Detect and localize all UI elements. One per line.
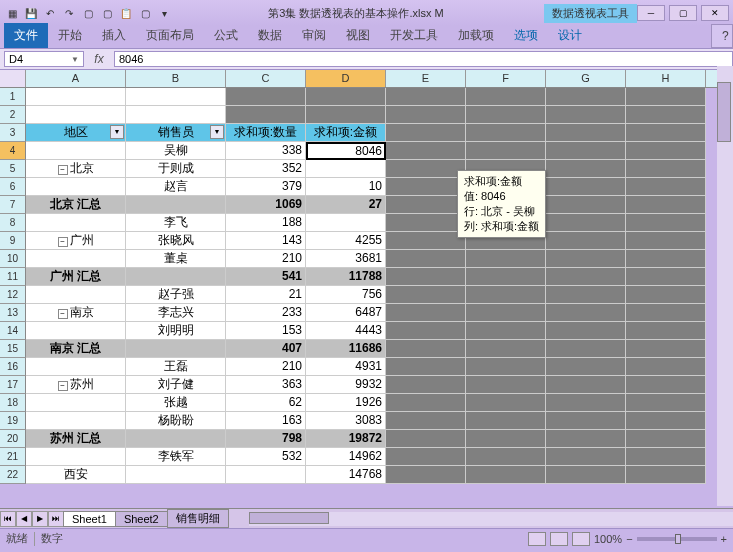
cell[interactable] <box>546 430 626 448</box>
employee-cell[interactable] <box>126 466 226 484</box>
cell[interactable] <box>626 448 706 466</box>
filter-dropdown-icon[interactable]: ▼ <box>210 125 224 139</box>
amt-cell[interactable]: 14962 <box>306 448 386 466</box>
amt-cell[interactable]: 27 <box>306 196 386 214</box>
employee-cell[interactable]: 王磊 <box>126 358 226 376</box>
employee-cell[interactable]: 李飞 <box>126 214 226 232</box>
cell[interactable] <box>626 178 706 196</box>
cell[interactable] <box>626 124 706 142</box>
cell[interactable] <box>466 394 546 412</box>
cell[interactable] <box>386 160 466 178</box>
tab-视图[interactable]: 视图 <box>336 23 380 48</box>
cell[interactable] <box>626 214 706 232</box>
cell[interactable] <box>546 232 626 250</box>
amt-cell[interactable] <box>306 160 386 178</box>
row-header[interactable]: 20 <box>0 430 26 448</box>
amt-cell[interactable]: 4443 <box>306 322 386 340</box>
region-cell[interactable] <box>26 142 126 160</box>
cell[interactable] <box>546 358 626 376</box>
employee-cell[interactable]: 赵子强 <box>126 286 226 304</box>
cell[interactable] <box>386 412 466 430</box>
employee-cell[interactable] <box>126 268 226 286</box>
cell[interactable] <box>466 376 546 394</box>
cell[interactable] <box>546 106 626 124</box>
cell[interactable] <box>466 268 546 286</box>
amt-cell[interactable]: 4255 <box>306 232 386 250</box>
cell[interactable] <box>546 466 626 484</box>
row-header[interactable]: 8 <box>0 214 26 232</box>
cell[interactable] <box>626 304 706 322</box>
qty-cell[interactable]: 143 <box>226 232 306 250</box>
cell[interactable] <box>626 340 706 358</box>
redo-icon[interactable]: ↷ <box>61 5 77 21</box>
row-header[interactable]: 18 <box>0 394 26 412</box>
cell[interactable] <box>386 268 466 286</box>
cell[interactable] <box>626 394 706 412</box>
qty-cell[interactable]: 407 <box>226 340 306 358</box>
cell[interactable] <box>626 430 706 448</box>
employee-cell[interactable]: 刘子健 <box>126 376 226 394</box>
col-header-A[interactable]: A <box>26 70 126 87</box>
cell[interactable] <box>386 304 466 322</box>
amt-cell[interactable]: 3681 <box>306 250 386 268</box>
row-header[interactable]: 15 <box>0 340 26 358</box>
col-header-F[interactable]: F <box>466 70 546 87</box>
qty-cell[interactable]: 541 <box>226 268 306 286</box>
horizontal-scrollbar[interactable] <box>249 512 733 526</box>
row-header[interactable]: 16 <box>0 358 26 376</box>
cell[interactable] <box>546 286 626 304</box>
cell[interactable] <box>386 286 466 304</box>
qty-cell[interactable]: 210 <box>226 358 306 376</box>
employee-cell[interactable] <box>126 196 226 214</box>
cell[interactable] <box>386 340 466 358</box>
cell[interactable] <box>546 178 626 196</box>
filter-dropdown-icon[interactable]: ▼ <box>110 125 124 139</box>
qty-cell[interactable] <box>226 466 306 484</box>
qty-cell[interactable]: 153 <box>226 322 306 340</box>
cell[interactable] <box>306 88 386 106</box>
cell[interactable] <box>466 124 546 142</box>
col-header-C[interactable]: C <box>226 70 306 87</box>
region-cell[interactable]: 西安 <box>26 466 126 484</box>
region-cell[interactable] <box>26 178 126 196</box>
zoom-in-button[interactable]: + <box>721 533 727 545</box>
cell[interactable] <box>626 466 706 484</box>
qty-cell[interactable]: 233 <box>226 304 306 322</box>
cell[interactable] <box>386 106 466 124</box>
sheet-tab[interactable]: 销售明细 <box>167 509 229 528</box>
row-header[interactable]: 4 <box>0 142 26 160</box>
qty-cell[interactable]: 62 <box>226 394 306 412</box>
cell[interactable] <box>546 376 626 394</box>
amt-cell[interactable]: 14768 <box>306 466 386 484</box>
tab-加载项[interactable]: 加载项 <box>448 23 504 48</box>
cell[interactable] <box>546 160 626 178</box>
amt-cell[interactable]: 756 <box>306 286 386 304</box>
name-box[interactable]: D4▼ <box>4 51 84 67</box>
tab-开发工具[interactable]: 开发工具 <box>380 23 448 48</box>
formula-input[interactable]: 8046 <box>114 51 733 67</box>
row-header[interactable]: 9 <box>0 232 26 250</box>
cell[interactable] <box>386 430 466 448</box>
view-layout-button[interactable] <box>550 532 568 546</box>
qat-icon[interactable]: 📋 <box>118 5 134 21</box>
employee-cell[interactable]: 赵言 <box>126 178 226 196</box>
cell[interactable] <box>306 106 386 124</box>
fx-label[interactable]: fx <box>84 52 114 66</box>
employee-cell[interactable] <box>126 430 226 448</box>
amt-cell[interactable]: 8046 <box>306 142 386 160</box>
cell[interactable] <box>626 412 706 430</box>
region-cell[interactable] <box>26 214 126 232</box>
region-cell[interactable] <box>26 412 126 430</box>
cell[interactable] <box>546 250 626 268</box>
employee-cell[interactable]: 于则成 <box>126 160 226 178</box>
cell[interactable] <box>126 88 226 106</box>
cell[interactable] <box>546 394 626 412</box>
region-cell[interactable]: 南京 汇总 <box>26 340 126 358</box>
row-header[interactable]: 14 <box>0 322 26 340</box>
row-header[interactable]: 22 <box>0 466 26 484</box>
region-cell[interactable]: −广州 <box>26 232 126 250</box>
sheet-nav-next[interactable]: ▶ <box>32 511 48 527</box>
cell[interactable] <box>466 448 546 466</box>
employee-cell[interactable]: 吴柳 <box>126 142 226 160</box>
cell[interactable] <box>386 232 466 250</box>
